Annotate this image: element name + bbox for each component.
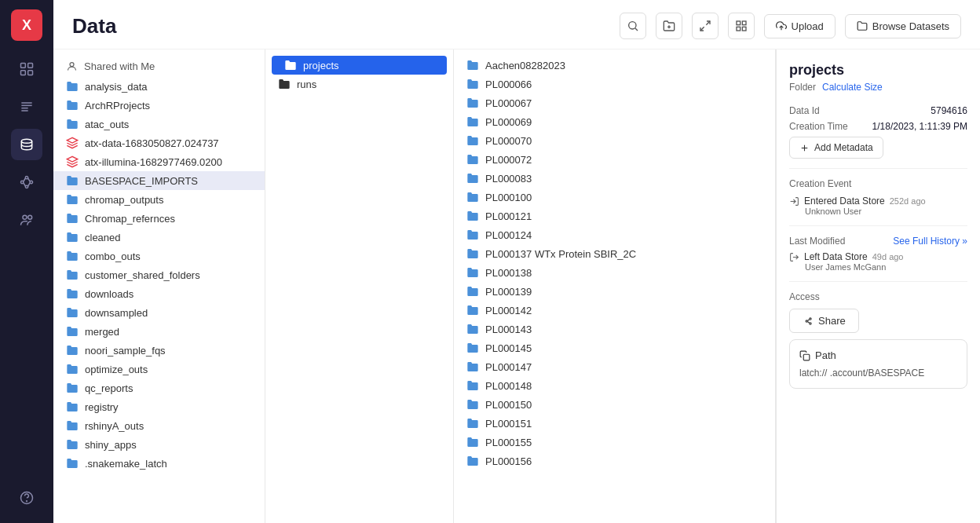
new-folder-button[interactable]	[656, 13, 682, 39]
svg-point-17	[23, 215, 27, 219]
svg-point-39	[810, 322, 811, 324]
pane1-folder-item[interactable]: customer_shared_folders	[53, 265, 265, 284]
entered-store-event: Entered Data Store 252d ago Unknown User	[789, 196, 967, 216]
details-title: projects	[789, 62, 967, 79]
share-label: Share	[818, 315, 846, 327]
svg-rect-42	[803, 354, 810, 360]
path-value: latch:// .account/BASESPACE	[799, 368, 957, 379]
pane1-folder-item[interactable]: atx-data-1683050827.024737	[53, 133, 265, 152]
pane2-folder-item[interactable]: runs	[265, 75, 453, 93]
add-metadata-button[interactable]: Add Metadata	[789, 137, 883, 159]
pane1-folder-item[interactable]: cleaned	[53, 228, 265, 247]
pane3-folder-item[interactable]: PL000100	[454, 188, 775, 207]
pane1-folder-item[interactable]: merged	[53, 322, 265, 341]
sidebar-item-storage[interactable]	[11, 129, 42, 160]
sidebar-item-team[interactable]	[11, 204, 42, 236]
folder-label: PL000069	[485, 116, 532, 128]
pane3-folder-item[interactable]: PL000067	[454, 93, 775, 112]
pane2-folder-item[interactable]: projects	[272, 56, 447, 75]
folder-icon	[466, 379, 479, 392]
move-button[interactable]	[692, 13, 719, 39]
folder-label: PL000070	[485, 135, 532, 147]
pane3-folder-item[interactable]: PL000124	[454, 225, 775, 244]
folder-icon	[66, 400, 79, 413]
pane1-folder-item[interactable]: ArchRProjects	[53, 96, 265, 115]
sidebar: X	[0, 0, 53, 523]
svg-line-15	[28, 183, 31, 186]
pane3-folder-item[interactable]: PL000137 WTx Protein SBIR_2C	[454, 244, 775, 263]
pane3-folder-item[interactable]: PL000083	[454, 169, 775, 188]
pane1-folder-item[interactable]: registry	[53, 397, 265, 416]
pane1-folder-item[interactable]: .snakemake_latch	[53, 454, 265, 473]
pane3-folder-item[interactable]: PL000143	[454, 320, 775, 338]
svg-point-38	[810, 317, 811, 319]
pane1-folder-item[interactable]: atac_outs	[53, 115, 265, 133]
pane3-folder-item[interactable]: PL000070	[454, 131, 775, 150]
pane1-folder-item[interactable]: atx-illumina-1682977469.0200	[53, 152, 265, 171]
pane1-folder-item[interactable]: rshinyA_outs	[53, 416, 265, 435]
folder-label: PL000156	[485, 455, 532, 467]
search-button[interactable]	[620, 13, 646, 39]
browse-datasets-button[interactable]: Browse Datasets	[845, 14, 961, 38]
sidebar-item-graph[interactable]	[11, 166, 42, 198]
folder-icon	[66, 212, 79, 225]
pane3-folder-item[interactable]: PL000145	[454, 338, 775, 357]
folder-icon	[66, 193, 79, 206]
folder-label: PL000150	[485, 399, 532, 411]
pane3-folder-item[interactable]: PL000155	[454, 433, 775, 452]
folder-icon	[66, 306, 79, 319]
folder-icon	[66, 118, 79, 130]
folder-label: optimize_outs	[85, 364, 148, 375]
folder-label: atx-illumina-1682977469.0200	[85, 156, 222, 168]
folder-label: registry	[85, 401, 119, 413]
see-full-history-link[interactable]: See Full History »	[893, 236, 967, 247]
svg-point-32	[70, 63, 74, 67]
pane1-folder-item[interactable]: optimize_outs	[53, 360, 265, 379]
pane1-folder-item[interactable]: qc_reports	[53, 379, 265, 397]
main-area: Data Upload Browse Datasets Shared with …	[53, 0, 980, 523]
app-logo[interactable]: X	[11, 9, 42, 41]
pane3-folder-item[interactable]: PL000121	[454, 207, 775, 225]
svg-line-16	[24, 183, 25, 186]
pane3-folder-item[interactable]: Aachen08282023	[454, 56, 775, 75]
pane1-folder-item[interactable]: shiny_apps	[53, 435, 265, 454]
upload-button[interactable]: Upload	[764, 14, 836, 38]
pane1-folder-item[interactable]: downloads	[53, 284, 265, 303]
pane3-folder-item[interactable]: PL000069	[454, 112, 775, 131]
settings-button[interactable]	[728, 13, 755, 39]
pane3-folder-item[interactable]: PL000066	[454, 75, 775, 93]
sidebar-item-files[interactable]	[11, 91, 42, 123]
pane3-folder-item[interactable]: PL000139	[454, 282, 775, 301]
pane3-folder-item[interactable]: PL000148	[454, 376, 775, 395]
folder-icon	[466, 436, 479, 448]
pane3-folder-item[interactable]: PL000072	[454, 150, 775, 169]
calculate-size-link[interactable]: Calculate Size	[822, 82, 883, 93]
pane1-folder-item[interactable]: analysis_data	[53, 77, 265, 96]
last-modified-row: Last Modified See Full History »	[789, 236, 967, 247]
folder-label: PL000072	[485, 154, 532, 166]
folder-icon	[466, 285, 479, 298]
pane1-folder-item[interactable]: BASESPACE_IMPORTS	[53, 171, 265, 190]
folder-icon	[466, 78, 479, 90]
folder-label: chromap_outputs	[85, 194, 163, 206]
pane3-folder-item[interactable]: PL000150	[454, 395, 775, 414]
pane1-folder-item[interactable]: combo_outs	[53, 247, 265, 265]
pane3-folder-item[interactable]: PL000142	[454, 301, 775, 320]
pane3-folder-item[interactable]: PL000147	[454, 357, 775, 376]
details-panel: projects Folder Calculate Size Data Id 5…	[776, 49, 980, 523]
folder-icon	[466, 323, 479, 335]
folder-label: PL000143	[485, 324, 532, 335]
pane3-folder-item[interactable]: PL000156	[454, 452, 775, 470]
sidebar-item-help[interactable]	[11, 482, 42, 514]
folder-icon	[466, 455, 479, 467]
pane3-folder-item[interactable]: PL000151	[454, 414, 775, 433]
pane3-folder-item[interactable]: PL000138	[454, 263, 775, 282]
sidebar-item-library[interactable]	[11, 53, 42, 85]
pane1-folder-item[interactable]: downsampled	[53, 303, 265, 322]
share-button[interactable]: Share	[789, 309, 859, 333]
folder-label: Chromap_refernces	[85, 213, 175, 225]
pane1-folder-item[interactable]: chromap_outputs	[53, 190, 265, 209]
pane1-folder-item[interactable]: noori_sample_fqs	[53, 341, 265, 360]
pane1-folder-item[interactable]: Chromap_refernces	[53, 209, 265, 228]
shared-with-me-item[interactable]: Shared with Me	[53, 56, 265, 77]
